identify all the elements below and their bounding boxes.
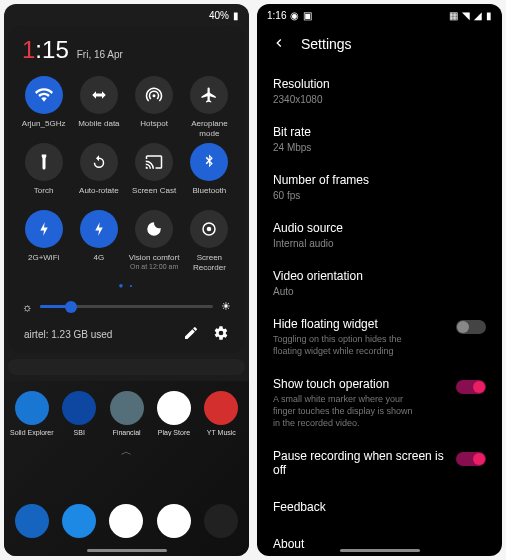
setting-value: 60 fps (273, 190, 486, 201)
dock-app-4[interactable] (200, 504, 243, 538)
app-icon (157, 504, 191, 538)
phone-left: 40% ▮ 1:15 Fri, 16 Apr Arjun_5GHzMobile … (4, 4, 249, 556)
torch-icon (25, 143, 63, 181)
record-icon (190, 210, 228, 248)
qs-tile-record[interactable]: Screen Recorder (184, 210, 235, 271)
home-screen: Solid ExplorerSBIFinancialPlay StoreYT M… (4, 381, 249, 556)
qs-tile-wifi[interactable]: Arjun_5GHz (18, 76, 69, 137)
status-time: 1:16 (267, 10, 286, 21)
app-label: Financial (113, 429, 141, 436)
app-icon (204, 391, 238, 425)
app-icon (15, 504, 49, 538)
data-usage: airtel: 1.23 GB used (24, 329, 112, 340)
brightness-track[interactable] (40, 305, 213, 308)
qs-label: Arjun_5GHz (22, 119, 66, 137)
app-label: YT Music (207, 429, 236, 436)
brightness-slider[interactable]: ☼ ☀ (16, 296, 237, 317)
status-bar: 1:16 ◉ ▣ ▦ ◥ ◢ ▮ (257, 4, 502, 25)
setting-video-orientation[interactable]: Video orientationAuto (273, 259, 486, 307)
qs-tile-rotate[interactable]: Auto-rotate (73, 143, 124, 204)
battery-icon: ▮ (233, 10, 239, 21)
toggle-switch[interactable] (456, 380, 486, 394)
date: Fri, 16 Apr (77, 49, 123, 60)
setting-label: Number of frames (273, 173, 486, 187)
toggle-switch[interactable] (456, 320, 486, 334)
toggle-show-touch-operation[interactable]: Show touch operationA small white marker… (273, 367, 486, 439)
app-label: Play Store (158, 429, 190, 436)
app-sbi[interactable]: SBI (58, 391, 101, 436)
status-bar: 40% ▮ (4, 4, 249, 26)
app-yt-music[interactable]: YT Music (200, 391, 243, 436)
qs-label: 2G+WiFi (28, 253, 59, 271)
quick-settings-panel: 1:15 Fri, 16 Apr Arjun_5GHzMobile dataHo… (8, 26, 245, 353)
toggle-hide-floating-widget[interactable]: Hide floating widgetToggling on this opt… (273, 307, 486, 367)
qs-tile-hotspot[interactable]: Hotspot (129, 76, 180, 137)
dock-app-2[interactable] (105, 504, 148, 538)
qs-tile-moon[interactable]: Vision comfortOn at 12:00 am (129, 210, 180, 271)
qs-tile-plane[interactable]: Aeroplane mode (184, 76, 235, 137)
wifi-icon: ◥ (462, 10, 470, 21)
chevron-up-icon[interactable]: ︿ (10, 444, 243, 459)
plane-icon (190, 76, 228, 114)
app-row: Solid ExplorerSBIFinancialPlay StoreYT M… (10, 391, 243, 436)
cast-icon: ▣ (303, 10, 312, 21)
edit-icon[interactable] (183, 325, 199, 343)
dock-app-3[interactable] (152, 504, 195, 538)
brightness-high-icon: ☀ (221, 300, 231, 313)
back-icon[interactable] (271, 35, 287, 53)
battery-icon: ▮ (486, 10, 492, 21)
link-feedback[interactable]: Feedback (273, 490, 486, 527)
brightness-low-icon: ☼ (22, 301, 32, 313)
record-icon: ◉ (290, 10, 299, 21)
time-row: 1:15 Fri, 16 Apr (16, 36, 237, 72)
settings-header: Settings (257, 25, 502, 67)
qs-label: 4G (94, 253, 105, 271)
toggle-desc: Toggling on this option hides the floati… (273, 334, 456, 357)
battery-percent: 40% (209, 10, 229, 21)
toggle-pause-recording-when-screen-is-off[interactable]: Pause recording when screen is off (273, 439, 486, 490)
dock-app-0[interactable] (10, 504, 53, 538)
qs-tile-swap[interactable]: Mobile data (73, 76, 124, 137)
toggle-switch[interactable] (456, 452, 486, 466)
app-icon (62, 504, 96, 538)
app-icon (15, 391, 49, 425)
qs-label: Aeroplane mode (184, 119, 235, 137)
qs-tile-cast[interactable]: Screen Cast (129, 143, 180, 204)
hotspot-icon (135, 76, 173, 114)
app-solid-explorer[interactable]: Solid Explorer (10, 391, 54, 436)
page-dots[interactable]: ● • (16, 275, 237, 296)
dock (10, 504, 243, 538)
bt-icon (190, 143, 228, 181)
qs-tile-bolt[interactable]: 4G (73, 210, 124, 271)
signal-icon: ◢ (474, 10, 482, 21)
bolt-icon (25, 210, 63, 248)
gear-icon[interactable] (213, 325, 229, 343)
qs-grid: Arjun_5GHzMobile dataHotspotAeroplane mo… (16, 72, 237, 275)
qs-tile-torch[interactable]: Torch (18, 143, 69, 204)
nav-bar[interactable] (340, 549, 420, 552)
app-financial[interactable]: Financial (105, 391, 148, 436)
app-label: Solid Explorer (10, 429, 54, 436)
svg-point-1 (207, 227, 212, 232)
bolt-icon (80, 210, 118, 248)
setting-number-of-frames[interactable]: Number of frames60 fps (273, 163, 486, 211)
qs-label: Hotspot (140, 119, 168, 137)
qs-label: Screen Recorder (184, 253, 235, 271)
qs-label: Screen Cast (132, 186, 176, 204)
toggle-label: Hide floating widget (273, 317, 456, 331)
setting-resolution[interactable]: Resolution2340x1080 (273, 67, 486, 115)
toggle-label: Pause recording when screen is off (273, 449, 456, 477)
qs-tile-bt[interactable]: Bluetooth (184, 143, 235, 204)
setting-value: 2340x1080 (273, 94, 486, 105)
nav-bar[interactable] (87, 549, 167, 552)
setting-bit-rate[interactable]: Bit rate24 Mbps (273, 115, 486, 163)
app-icon (62, 391, 96, 425)
app-play-store[interactable]: Play Store (152, 391, 195, 436)
cast-icon (135, 143, 173, 181)
setting-audio-source[interactable]: Audio sourceInternal audio (273, 211, 486, 259)
qs-tile-bolt[interactable]: 2G+WiFi (18, 210, 69, 271)
notification-bar[interactable] (8, 359, 245, 375)
vibrate-icon: ▦ (449, 10, 458, 21)
setting-value: Auto (273, 286, 486, 297)
dock-app-1[interactable] (57, 504, 100, 538)
